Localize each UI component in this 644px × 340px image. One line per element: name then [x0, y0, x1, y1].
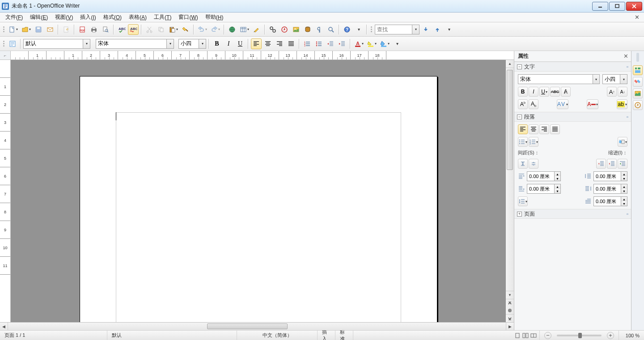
maximize-button[interactable]	[609, 2, 625, 11]
vscroll-thumb[interactable]	[507, 70, 513, 170]
sb-align-justify-button[interactable]	[550, 124, 560, 134]
sb-superscript-button[interactable]: Ab	[518, 99, 528, 109]
vertical-ruler[interactable]: 1234567891011	[0, 60, 11, 322]
tab-properties[interactable]	[633, 65, 643, 75]
open-button[interactable]: ▾	[20, 24, 32, 35]
nav-ball-button[interactable]	[506, 307, 514, 314]
find-next-button[interactable]	[420, 24, 431, 35]
find-input[interactable]	[375, 25, 412, 34]
print-preview-button[interactable]	[100, 24, 111, 35]
hscroll-right-button[interactable]: ▶	[506, 323, 514, 330]
show-draw-button[interactable]	[251, 24, 262, 35]
close-window-button[interactable]	[626, 2, 642, 11]
view-book-icon[interactable]	[530, 332, 537, 339]
sb-hanging-indent-button[interactable]	[618, 159, 627, 169]
font-input[interactable]	[96, 39, 166, 48]
autospellcheck-button[interactable]: ABC	[128, 24, 139, 35]
table-button[interactable]: ▾	[238, 24, 250, 35]
expand-icon[interactable]: ▫	[627, 64, 628, 69]
underline-button[interactable]: U	[235, 38, 246, 49]
page[interactable]	[80, 76, 437, 322]
sb-strike-button[interactable]: ABC	[550, 87, 560, 97]
bullet-list-button[interactable]	[314, 38, 324, 49]
print-button[interactable]	[89, 24, 99, 35]
sb-indent-decrease-button[interactable]	[596, 159, 606, 169]
close-document-button[interactable]: ✕	[633, 14, 641, 21]
copy-button[interactable]	[156, 24, 166, 35]
space-above-input[interactable]: ▲▼	[527, 171, 561, 181]
sb-line-spacing-button[interactable]: ▾	[518, 196, 528, 206]
gallery-button[interactable]	[291, 24, 301, 35]
expand-icon[interactable]: +	[517, 212, 522, 217]
align-right-button[interactable]	[274, 38, 285, 49]
find-dropdown-button[interactable]: ▾	[412, 25, 419, 34]
sb-underline-button[interactable]: U▾	[539, 87, 549, 97]
sb-indent-increase-button[interactable]	[607, 159, 617, 169]
zoom-percent[interactable]: 100 %	[619, 331, 644, 340]
sb-char-spacing-button[interactable]: AV▾	[557, 99, 568, 109]
collapse-icon[interactable]: −	[517, 115, 522, 119]
style-input[interactable]	[24, 39, 83, 48]
increase-indent-button[interactable]	[337, 38, 347, 49]
highlight-button[interactable]: ▾	[366, 38, 378, 49]
menu-view[interactable]: 视图(V)	[51, 13, 76, 22]
size-combo[interactable]: ▾	[178, 39, 206, 49]
space-below-input[interactable]: ▲▼	[527, 184, 561, 194]
status-selection-mode[interactable]: 标准	[335, 331, 353, 340]
indent-left-input[interactable]: ▲▼	[593, 171, 627, 181]
nonprinting-button[interactable]	[314, 24, 325, 35]
hscroll-left-button[interactable]: ◀	[0, 323, 8, 330]
menu-window[interactable]: 窗口(W)	[175, 13, 201, 22]
indent-right-input[interactable]: ▲▼	[593, 184, 627, 194]
italic-button[interactable]: I	[223, 38, 234, 49]
menu-help[interactable]: 帮助(H)	[202, 13, 227, 22]
hyperlink-button[interactable]	[227, 24, 237, 35]
edit-file-button[interactable]	[61, 24, 72, 35]
menu-insert[interactable]: 插入(I)	[76, 13, 99, 22]
sb-align-left-button[interactable]	[518, 124, 528, 134]
toolbar2-overflow-button[interactable]: ▾	[392, 38, 402, 49]
zoom-knob[interactable]	[578, 333, 582, 338]
align-center-button[interactable]	[263, 38, 273, 49]
help-button[interactable]: ?	[342, 24, 352, 35]
tab-styles[interactable]	[633, 77, 643, 87]
menu-format[interactable]: 格式(O)	[100, 13, 125, 22]
sb-space-increase-button[interactable]	[518, 159, 528, 169]
zoom-button[interactable]	[326, 24, 336, 35]
sb-font-color-button[interactable]: A▾	[587, 99, 598, 109]
navigator-button[interactable]	[279, 24, 290, 35]
sb-numbering-button[interactable]: 123▾	[529, 137, 538, 147]
align-justify-button[interactable]	[286, 38, 297, 49]
redo-button[interactable]: ▾	[209, 24, 221, 35]
sidebar-close-button[interactable]: ✕	[623, 53, 628, 60]
help-whatsthis-button[interactable]: ▾	[353, 24, 364, 35]
status-style[interactable]: 默认	[107, 331, 237, 340]
save-button[interactable]	[33, 24, 44, 35]
toolbar-handle[interactable]	[2, 25, 5, 34]
zoom-out-button[interactable]: −	[544, 332, 551, 339]
decrease-indent-button[interactable]	[325, 38, 336, 49]
bgcolor-button[interactable]: ▾	[379, 38, 391, 49]
toolbar-overflow-button[interactable]: ▾	[444, 24, 454, 35]
styles-button[interactable]	[7, 38, 18, 49]
export-pdf-button[interactable]: PDF	[77, 24, 88, 35]
sb-highlight-button[interactable]: ab▾	[617, 99, 627, 109]
vertical-scrollbar[interactable]: ▲ ▼	[506, 60, 514, 322]
section-page-header[interactable]: + 页面 ▫	[514, 209, 631, 219]
expand-icon[interactable]: ▫	[627, 211, 628, 217]
status-insert-mode[interactable]: 插入	[318, 331, 335, 340]
undo-button[interactable]: ▾	[196, 24, 208, 35]
sb-bold-button[interactable]: B	[518, 87, 528, 97]
document-viewport[interactable]: ▲ ▼	[11, 60, 514, 322]
find-replace-button[interactable]	[267, 24, 278, 35]
menu-edit[interactable]: 编辑(E)	[26, 13, 51, 22]
find-toolbar-handle[interactable]	[369, 25, 373, 34]
sb-italic-button[interactable]: I	[529, 87, 538, 97]
cut-button[interactable]	[144, 24, 155, 35]
scroll-down-button[interactable]: ▼	[506, 291, 514, 299]
datasources-button[interactable]	[302, 24, 313, 35]
horizontal-ruler[interactable]: 1123456789101112131415161718	[11, 51, 514, 60]
find-combo[interactable]: ▾	[375, 25, 419, 34]
sidebar-size-combo[interactable]: ▾	[602, 74, 627, 84]
indent-first-input[interactable]: ▲▼	[593, 196, 627, 206]
